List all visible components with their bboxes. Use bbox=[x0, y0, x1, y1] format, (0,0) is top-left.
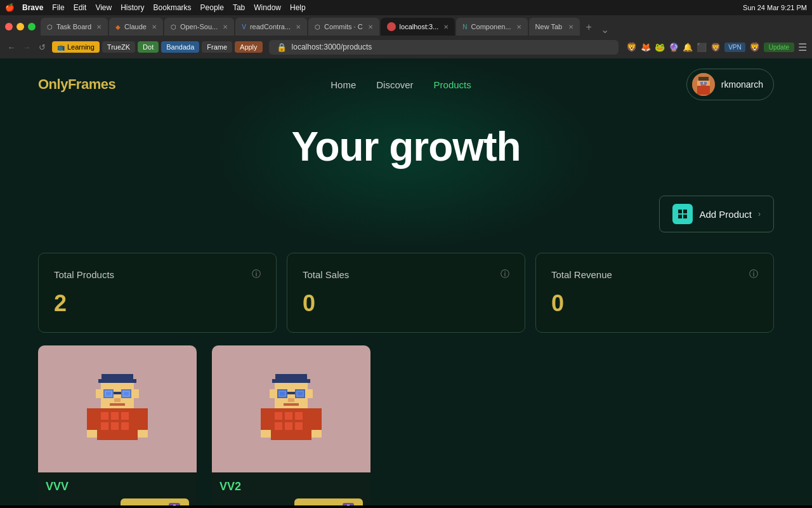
svg-rect-39 bbox=[138, 430, 148, 438]
svg-rect-44 bbox=[275, 374, 307, 379]
svg-rect-71 bbox=[347, 505, 350, 505]
menu-tab[interactable]: Tab bbox=[233, 3, 245, 12]
svg-rect-23 bbox=[124, 392, 129, 396]
nav-products[interactable]: Products bbox=[434, 79, 471, 90]
menu-bookmarks[interactable]: Bookmarks bbox=[154, 3, 192, 12]
menu-window[interactable]: Window bbox=[254, 3, 281, 12]
brave-shield-icon[interactable]: 🦁 bbox=[626, 42, 637, 52]
svg-rect-64 bbox=[295, 422, 303, 430]
bookmark-learning[interactable]: 📺 OnlyFrames Learning bbox=[52, 41, 100, 53]
avatar bbox=[692, 73, 715, 96]
new-tab-button[interactable]: + bbox=[581, 19, 597, 36]
svg-rect-5 bbox=[700, 82, 703, 84]
tab-components[interactable]: N Componen... ✕ bbox=[456, 18, 527, 36]
menu-people[interactable]: People bbox=[200, 3, 224, 12]
product-name-vv2: VV2 bbox=[219, 480, 363, 493]
nav-reload[interactable]: ↺ bbox=[36, 41, 48, 53]
product-artwork-vvv bbox=[79, 361, 155, 457]
menu-icon[interactable]: ☰ bbox=[798, 41, 807, 53]
svg-rect-33 bbox=[101, 422, 108, 430]
menu-brave[interactable]: Brave bbox=[22, 3, 43, 12]
svg-rect-32 bbox=[121, 412, 129, 420]
nav-back[interactable]: ← bbox=[5, 41, 18, 53]
svg-rect-4 bbox=[707, 81, 710, 86]
bookmark-bandada[interactable]: Bandada bbox=[161, 41, 199, 53]
ext-icon-3[interactable]: 🔔 bbox=[683, 43, 693, 52]
tab-newtab[interactable]: New Tab ✕ bbox=[529, 18, 580, 36]
url-bar[interactable]: 🔒 localhost:3000/products bbox=[269, 40, 619, 55]
tab-readcontra[interactable]: V readContra... ✕ bbox=[235, 18, 307, 36]
bookmark-dot[interactable]: Dot bbox=[138, 41, 159, 53]
info-icon-sales[interactable]: ⓘ bbox=[501, 269, 509, 280]
svg-rect-8 bbox=[697, 86, 710, 95]
product-artwork-vv2 bbox=[253, 361, 329, 457]
stat-card-products: Total Products ⓘ 2 bbox=[38, 253, 277, 333]
product-image-vvv bbox=[38, 345, 197, 472]
svg-rect-28 bbox=[134, 389, 139, 398]
sidebar-icon[interactable]: ⬛ bbox=[697, 43, 707, 52]
menu-history[interactable]: History bbox=[121, 3, 144, 12]
menu-view[interactable]: View bbox=[95, 3, 112, 12]
vpn-badge[interactable]: VPN bbox=[724, 43, 745, 52]
hero-title: Your growth bbox=[0, 123, 812, 170]
product-info-vvv: VVV 0.01 ETH Share on bbox=[38, 472, 197, 505]
stat-card-revenue: Total Revenue ⓘ 0 bbox=[535, 253, 774, 333]
svg-rect-56 bbox=[270, 389, 275, 398]
bookmark-truezk[interactable]: TrueZK bbox=[102, 41, 135, 53]
info-icon-revenue[interactable]: ⓘ bbox=[749, 269, 758, 280]
tab-opensource[interactable]: ⬡ Open-Sou... ✕ bbox=[164, 18, 234, 36]
tab-claude[interactable]: ◆ Claude ✕ bbox=[109, 18, 163, 36]
nav-home[interactable]: Home bbox=[331, 79, 356, 90]
product-info-vv2: VV2 0.01 ETH Share on bbox=[212, 472, 370, 505]
url-text: localhost:3000/products bbox=[292, 43, 372, 51]
svg-rect-25 bbox=[114, 398, 121, 402]
stat-value-products: 2 bbox=[54, 290, 67, 316]
brave-logo-icon: 🦁 bbox=[749, 42, 760, 52]
tab-commits[interactable]: ⬡ Commits · C ✕ bbox=[308, 18, 379, 36]
update-button[interactable]: Update bbox=[764, 43, 794, 52]
svg-rect-67 bbox=[261, 430, 271, 438]
share-platform-icon-vv2 bbox=[343, 503, 354, 505]
menu-help[interactable]: Help bbox=[290, 3, 306, 12]
ext-icon-2[interactable]: 🔮 bbox=[669, 43, 679, 52]
wallet-icon[interactable]: 🦊 bbox=[641, 43, 651, 52]
info-icon-products[interactable]: ⓘ bbox=[252, 269, 261, 280]
svg-rect-16 bbox=[98, 379, 136, 383]
bookmark-apply[interactable]: Apply bbox=[235, 41, 263, 53]
user-profile[interactable]: rkmonarch bbox=[686, 69, 774, 100]
share-label-vvv: Share on bbox=[129, 504, 165, 506]
tab-localhost[interactable]: localhost:3... ✕ bbox=[381, 18, 455, 36]
share-button-vvv[interactable]: Share on bbox=[121, 498, 189, 505]
svg-rect-54 bbox=[288, 398, 294, 402]
ext-icon-1[interactable]: 🐸 bbox=[655, 43, 665, 52]
products-grid: VVV 0.01 ETH Share on bbox=[0, 333, 812, 505]
menu-bar-time: Sun 24 Mar 9:21 PM bbox=[743, 4, 807, 11]
add-product-arrow: › bbox=[758, 210, 761, 218]
tab-taskboard[interactable]: ⬡ Task Board ✕ bbox=[41, 18, 108, 36]
product-card-vv2: VV2 0.01 ETH Share on bbox=[212, 345, 370, 505]
stat-label-sales: Total Sales bbox=[303, 269, 349, 280]
nav-forward[interactable]: → bbox=[20, 41, 33, 53]
add-product-button[interactable]: Add Product › bbox=[659, 196, 774, 232]
svg-rect-2 bbox=[698, 77, 709, 81]
traffic-light-minimize[interactable] bbox=[16, 23, 24, 30]
product-card-vvv: VVV 0.01 ETH Share on bbox=[38, 345, 197, 505]
menu-file[interactable]: File bbox=[52, 3, 64, 12]
tab-overflow[interactable]: ⌄ bbox=[601, 23, 609, 36]
apple-menu[interactable]: 🍎 bbox=[5, 3, 15, 12]
menu-edit[interactable]: Edit bbox=[74, 3, 87, 12]
svg-rect-68 bbox=[311, 430, 322, 438]
traffic-light-close[interactable] bbox=[5, 23, 13, 30]
share-button-vv2[interactable]: Share on bbox=[294, 498, 363, 505]
svg-rect-61 bbox=[295, 412, 303, 420]
add-product-label: Add Product bbox=[699, 209, 752, 220]
bookmark-frame[interactable]: Frame bbox=[202, 41, 232, 53]
svg-rect-36 bbox=[87, 408, 97, 432]
rewards-icon[interactable]: 🦁 bbox=[710, 43, 721, 52]
share-label-vv2: Share on bbox=[303, 504, 339, 506]
nav-discover[interactable]: Discover bbox=[376, 79, 413, 90]
svg-rect-63 bbox=[285, 422, 292, 430]
traffic-light-maximize[interactable] bbox=[28, 23, 36, 30]
svg-rect-62 bbox=[275, 422, 282, 430]
svg-rect-53 bbox=[287, 392, 295, 394]
